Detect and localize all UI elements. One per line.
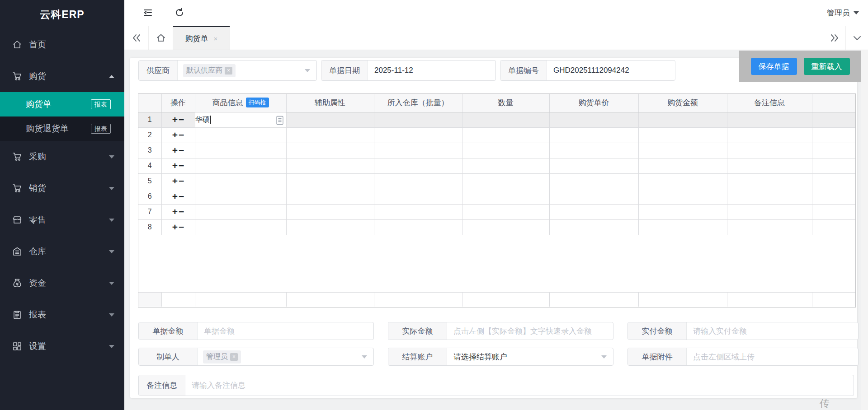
actual-amount-label[interactable]: 实际金额: [388, 322, 447, 340]
cell-qty[interactable]: [462, 112, 549, 127]
tabs-scroll-left-button[interactable]: [124, 26, 149, 50]
cell-qty[interactable]: [462, 173, 549, 189]
close-tab-icon[interactable]: ×: [214, 35, 218, 42]
cell-amount[interactable]: [638, 112, 727, 127]
attachment-field[interactable]: 单据附件 点击左侧区域上传: [627, 348, 859, 366]
cell-price[interactable]: [549, 189, 638, 204]
product-input-cell[interactable]: [195, 158, 286, 173]
actual-amount-input[interactable]: 点击左侧【实际金额】文字快速录入金额: [447, 326, 598, 336]
cell-remark[interactable]: [727, 173, 812, 189]
cell-amount[interactable]: [638, 189, 727, 204]
cell-amount[interactable]: [638, 127, 727, 143]
cell-attrs[interactable]: [286, 158, 374, 173]
add-row-button[interactable]: +: [172, 191, 178, 201]
settlement-account-select[interactable]: 结算账户 请选择结算账户: [388, 348, 613, 366]
add-row-button[interactable]: +: [172, 145, 178, 155]
product-input-cell[interactable]: 华硕: [195, 112, 286, 127]
sidebar-item-sales[interactable]: 销货: [0, 172, 124, 204]
cell-amount[interactable]: [638, 173, 727, 189]
cell-attrs[interactable]: [286, 189, 374, 204]
cell-warehouse[interactable]: [374, 173, 462, 189]
document-amount-input[interactable]: 单据金额: [198, 326, 241, 336]
add-row-button[interactable]: +: [172, 207, 178, 216]
product-picker-icon[interactable]: [276, 116, 284, 125]
actual-amount-field[interactable]: 实际金额 点击左侧【实际金额】文字快速录入金额: [388, 322, 613, 340]
sidebar-item-home[interactable]: 首页: [0, 29, 124, 61]
remove-row-button[interactable]: −: [178, 207, 184, 216]
product-input-cell[interactable]: [195, 219, 286, 235]
attachment-label[interactable]: 单据附件: [628, 348, 687, 365]
number-value[interactable]: GHD20251112094242: [547, 66, 636, 75]
cell-remark[interactable]: [727, 112, 812, 127]
sidebar-item-reports[interactable]: 报表: [0, 299, 124, 331]
remove-row-button[interactable]: −: [178, 222, 184, 232]
cell-price[interactable]: [549, 219, 638, 235]
sidebar-item-funds[interactable]: 资金: [0, 267, 124, 299]
remove-maker-tag-icon[interactable]: ×: [230, 353, 238, 361]
refresh-icon[interactable]: [173, 6, 186, 19]
cell-warehouse[interactable]: [374, 127, 462, 143]
paid-amount-field[interactable]: 实付金额 请输入实付金额: [627, 322, 859, 340]
report-badge[interactable]: 报表: [91, 99, 111, 110]
attachment-upload-area[interactable]: 点击左侧区域上传: [687, 352, 761, 362]
product-input-cell[interactable]: [195, 189, 286, 204]
remark-field[interactable]: 备注信息 请输入备注信息: [138, 375, 854, 396]
tab-purchase-order[interactable]: 购货单 ×: [173, 26, 230, 50]
sidebar-item-procurement[interactable]: 采购: [0, 141, 124, 172]
sidebar-item-settings[interactable]: 设置: [0, 331, 124, 362]
vertical-scrollbar[interactable]: [861, 50, 868, 410]
cell-attrs[interactable]: [286, 204, 374, 219]
tabs-scroll-right-button[interactable]: [823, 26, 845, 50]
cell-qty[interactable]: [462, 127, 549, 143]
add-row-button[interactable]: +: [172, 115, 178, 124]
cell-price[interactable]: [549, 127, 638, 143]
cell-price[interactable]: [549, 158, 638, 173]
cell-amount[interactable]: [638, 204, 727, 219]
cell-warehouse[interactable]: [374, 158, 462, 173]
product-input-cell[interactable]: [195, 143, 286, 158]
tabs-menu-button[interactable]: [845, 26, 868, 50]
add-row-button[interactable]: +: [172, 161, 178, 170]
home-tab-button[interactable]: [149, 26, 173, 50]
cell-qty[interactable]: [462, 158, 549, 173]
document-maker-select[interactable]: 制单人 管理员 ×: [138, 348, 374, 366]
cell-qty[interactable]: [462, 219, 549, 235]
cell-attrs[interactable]: [286, 127, 374, 143]
add-row-button[interactable]: +: [172, 176, 178, 186]
cell-remark[interactable]: [727, 158, 812, 173]
add-row-button[interactable]: +: [172, 130, 178, 140]
save-document-button[interactable]: 保存单据: [751, 58, 797, 75]
cell-amount[interactable]: [638, 158, 727, 173]
user-menu[interactable]: 管理员: [827, 0, 859, 26]
remove-row-button[interactable]: −: [178, 161, 184, 170]
cell-amount[interactable]: [638, 219, 727, 235]
cell-warehouse[interactable]: [374, 189, 462, 204]
remove-supplier-tag-icon[interactable]: ×: [225, 67, 232, 75]
remove-row-button[interactable]: −: [178, 191, 184, 201]
sidebar-item-retail[interactable]: 零售: [0, 204, 124, 236]
collapse-sidebar-icon[interactable]: [142, 6, 154, 19]
cell-price[interactable]: [549, 143, 638, 158]
remove-row-button[interactable]: −: [178, 130, 184, 140]
barcode-scanner-badge[interactable]: 扫码枪: [246, 98, 269, 107]
remove-row-button[interactable]: −: [178, 176, 184, 186]
cell-qty[interactable]: [462, 143, 549, 158]
cell-warehouse[interactable]: [374, 143, 462, 158]
remove-row-button[interactable]: −: [178, 115, 184, 124]
cell-attrs[interactable]: [286, 112, 374, 127]
reload-button[interactable]: 重新载入: [804, 58, 850, 75]
cell-qty[interactable]: [462, 204, 549, 219]
date-value[interactable]: 2025-11-12: [368, 66, 420, 75]
remove-row-button[interactable]: −: [178, 145, 184, 155]
product-input-cell[interactable]: [195, 127, 286, 143]
remark-input[interactable]: 请输入备注信息: [185, 380, 252, 391]
report-badge[interactable]: 报表: [91, 124, 111, 134]
sidebar-item-warehouse[interactable]: 仓库: [0, 236, 124, 267]
sidebar-item-purchase-order[interactable]: 购货单 报表: [0, 92, 124, 116]
cell-remark[interactable]: [727, 189, 812, 204]
product-input-cell[interactable]: [195, 173, 286, 189]
document-amount-field[interactable]: 单据金额 单据金额: [138, 322, 374, 340]
document-number-field[interactable]: 单据编号 GHD20251112094242: [500, 60, 675, 81]
cell-attrs[interactable]: [286, 219, 374, 235]
document-date-field[interactable]: 单据日期 2025-11-12: [321, 60, 496, 81]
